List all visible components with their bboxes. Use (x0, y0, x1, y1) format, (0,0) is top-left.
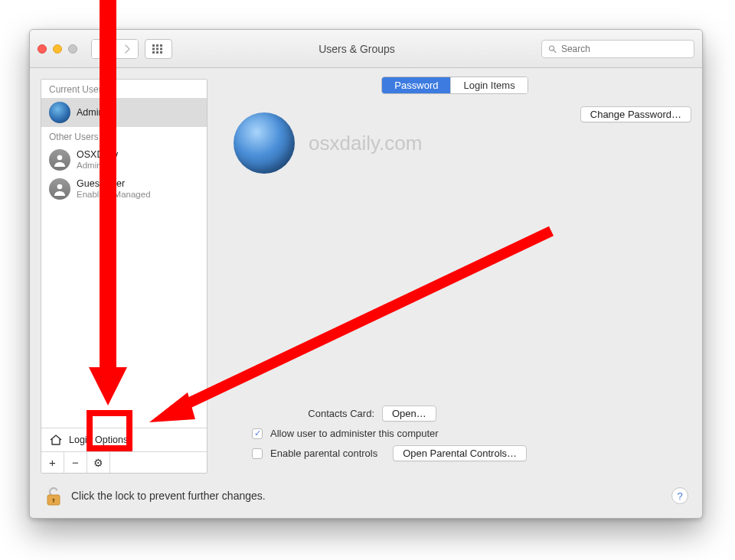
user-row-osxdaily[interactable]: OSXDaily Admin (41, 145, 207, 174)
tab-login-items[interactable]: Login Items (450, 77, 527, 93)
sidebar-action-bar: + − ⚙ (41, 451, 207, 473)
grid-icon (152, 44, 165, 54)
avatar-generic-icon (49, 178, 70, 200)
add-user-button[interactable]: + (41, 452, 64, 473)
svg-rect-5 (160, 47, 162, 50)
window-body: Current User Admin Other Users OSXDaily … (30, 68, 702, 474)
user-row-guest[interactable]: Guest User Enabled, Managed (41, 174, 207, 203)
minimize-button[interactable] (53, 44, 62, 54)
back-button[interactable] (92, 40, 115, 58)
section-other-users: Other Users (41, 127, 207, 145)
window-controls (38, 44, 77, 54)
parental-checkbox-label: Enable parental controls (270, 448, 377, 459)
login-options-row[interactable]: Login Options (41, 428, 207, 451)
open-contacts-button[interactable]: Open… (382, 405, 436, 422)
lock-hint-text: Click the lock to prevent further change… (71, 490, 266, 502)
svg-rect-1 (156, 44, 158, 47)
svg-point-11 (57, 155, 63, 161)
user-name: OSXDaily (77, 149, 118, 160)
tab-password[interactable]: Password (382, 77, 450, 93)
user-name: Admin (77, 107, 103, 118)
user-settings-form: Contacts Card: Open… Allow user to admin… (221, 399, 691, 467)
login-options-label: Login Options (69, 435, 128, 445)
window-title: Users & Groups (178, 43, 535, 55)
parental-checkbox[interactable] (252, 448, 263, 459)
unlocked-lock-icon (44, 484, 64, 507)
section-current-user: Current User (41, 80, 207, 98)
user-role: Admin (77, 161, 118, 171)
svg-rect-15 (53, 500, 54, 503)
lock-button[interactable] (44, 484, 64, 507)
house-icon (49, 434, 63, 446)
avatar-generic-icon (49, 149, 70, 171)
gear-icon: ⚙ (93, 457, 103, 469)
svg-rect-0 (152, 44, 155, 47)
open-parental-controls-button[interactable]: Open Parental Controls… (393, 445, 527, 461)
svg-rect-4 (156, 47, 158, 50)
search-icon (548, 44, 557, 54)
search-input[interactable] (561, 44, 688, 54)
footer: Click the lock to prevent further change… (30, 474, 702, 518)
user-actions-button[interactable]: ⚙ (87, 452, 110, 473)
zoom-button[interactable] (68, 44, 77, 54)
search-field[interactable] (541, 40, 694, 58)
remove-user-button[interactable]: − (64, 452, 87, 473)
tab-bar: Password Login Items (218, 77, 691, 94)
help-button[interactable]: ? (671, 487, 688, 504)
user-row-admin[interactable]: Admin (41, 98, 207, 127)
svg-rect-7 (156, 51, 158, 54)
main-pane: Password Login Items osxdaily.com Change… (218, 79, 691, 474)
avatar-earth-icon (49, 102, 70, 123)
svg-point-12 (57, 184, 63, 190)
watermark-text: osxdaily.com (309, 132, 422, 155)
close-button[interactable] (38, 44, 47, 54)
admin-checkbox[interactable] (252, 428, 263, 439)
svg-rect-8 (160, 51, 162, 54)
toolbar: Users & Groups (30, 30, 702, 68)
minus-icon: − (72, 456, 79, 469)
preferences-window: Users & Groups Current User Admin Other … (29, 29, 703, 519)
contacts-card-label: Contacts Card: (221, 408, 374, 419)
svg-rect-2 (160, 44, 162, 47)
plus-icon: + (49, 456, 56, 469)
user-role: Enabled, Managed (77, 190, 151, 200)
change-password-button[interactable]: Change Password… (580, 106, 691, 122)
svg-rect-3 (152, 47, 155, 50)
nav-segmented (91, 39, 139, 59)
svg-rect-6 (152, 51, 155, 54)
svg-line-10 (554, 50, 556, 52)
admin-checkbox-label: Allow user to administer this computer (270, 428, 439, 439)
user-sidebar: Current User Admin Other Users OSXDaily … (41, 79, 207, 474)
user-name: Guest User (77, 178, 151, 189)
forward-button[interactable] (115, 40, 138, 58)
chevron-right-icon (123, 44, 131, 54)
user-avatar-large[interactable] (234, 112, 295, 174)
show-all-button[interactable] (145, 39, 172, 59)
chevron-left-icon (100, 44, 107, 54)
